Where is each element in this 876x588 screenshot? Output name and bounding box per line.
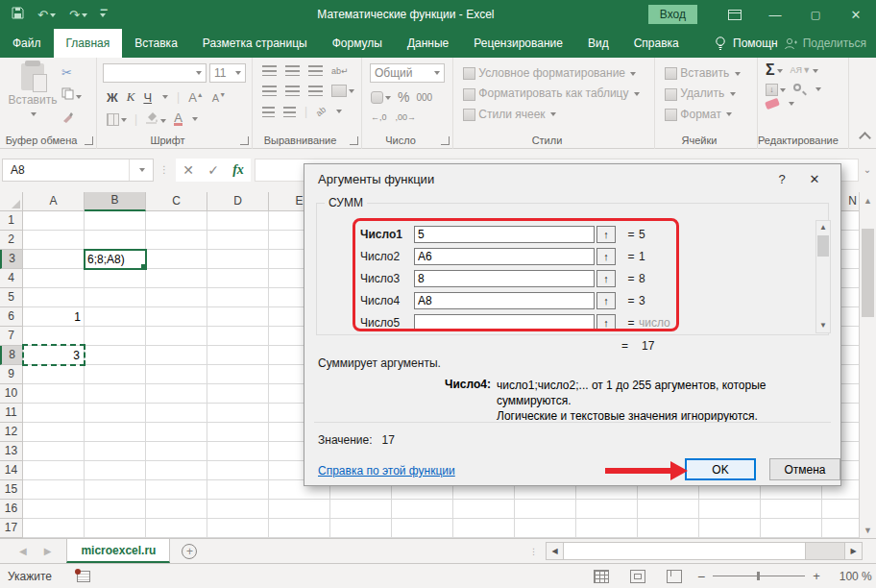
sort-filter-icon[interactable]: АЯ▼ [791,65,818,75]
collapse-dialog-icon-4[interactable]: ↑ [596,292,616,309]
zoom-out-icon[interactable]: − [697,569,705,584]
row-header-15[interactable]: 15 [0,480,23,500]
row-header-9[interactable]: 9 [0,365,23,384]
row-header-10[interactable]: 10 [0,384,23,404]
orientation-icon[interactable]: ab [314,105,328,118]
customize-qat-icon[interactable]: ▔ [101,10,108,19]
select-all-corner[interactable] [0,192,23,211]
tab-файл[interactable]: Файл [0,29,54,58]
tab-вставка[interactable]: Вставка [122,29,190,58]
tab-рецензирование[interactable]: Рецензирование [461,29,575,58]
zoom-slider-thumb[interactable] [757,572,760,580]
tab-формулы[interactable]: Формулы [320,29,395,58]
scroll-down-icon[interactable]: ▼ [860,522,876,538]
merge-center-icon[interactable] [331,84,354,97]
scroll-right-icon[interactable]: ▶ [844,543,862,559]
row-header-2[interactable]: 2 [0,231,23,250]
align-right-icon[interactable] [308,86,323,96]
dialog-scrollbar[interactable]: ▲ ▼ [815,220,831,333]
horizontal-scrollbar[interactable]: ◀ ▶ [546,542,863,560]
cut-icon[interactable]: ✂ [61,65,82,80]
fill-icon[interactable]: ↓ [766,83,786,96]
expand-formula-bar-icon[interactable]: ⌄ [859,159,876,182]
page-break-view-icon[interactable] [667,570,682,583]
italic-button[interactable]: К [127,89,135,105]
cell-a8-marching-ants[interactable]: 3 [22,344,85,366]
align-top-icon[interactable] [262,65,277,76]
row-header-11[interactable]: 11 [0,404,23,423]
tab-справка[interactable]: Справка [621,29,692,58]
active-cell-b3[interactable]: 6;8;A8) [84,249,147,270]
collapse-dialog-icon-3[interactable]: ↑ [596,270,616,287]
row-header-14[interactable]: 14 [0,461,23,480]
next-sheet-icon[interactable]: ▶ [44,546,52,556]
save-icon[interactable] [12,7,24,22]
shrink-font-icon[interactable]: A▼ [212,91,226,104]
column-header-C[interactable]: C [146,192,207,211]
dialog-scroll-down-icon[interactable]: ▼ [816,319,830,332]
vertical-scroll-thumb[interactable] [862,229,874,317]
font-size-combobox[interactable]: 11 [209,63,246,83]
undo-icon[interactable]: ↶ [37,8,56,22]
number-format-combobox[interactable]: Общий [370,63,445,83]
align-bottom-icon[interactable] [308,65,323,76]
row-header-5[interactable]: 5 [0,288,23,307]
collapse-ribbon-icon[interactable] [859,132,871,144]
cancel-entry-button[interactable]: ✕ [176,159,201,182]
argument-input-2[interactable] [414,248,595,265]
column-header-A[interactable]: A [23,192,85,211]
vertical-scrollbar[interactable]: ▲ ▼ [859,192,876,538]
scroll-up-icon[interactable]: ▲ [860,192,876,208]
tab-вид[interactable]: Вид [575,29,621,58]
argument-input-1[interactable] [414,226,595,243]
copy-icon[interactable] [61,87,82,103]
tab-данные[interactable]: Данные [395,29,461,58]
font-name-combobox[interactable] [103,63,207,83]
insert-function-button[interactable]: fx [226,159,251,182]
row-header-7[interactable]: 7 [0,327,23,346]
row-header-6[interactable]: 6 [0,307,23,327]
underline-button[interactable]: Ч [143,90,152,105]
grow-font-icon[interactable]: A▲ [188,90,204,105]
name-box[interactable]: A8 [2,159,154,182]
insert-cells-button[interactable]: Вставить [665,66,757,80]
ribbon-display-options-button[interactable] [715,0,755,29]
dialog-titlebar[interactable]: Аргументы функции ? ✕ [304,164,840,193]
font-color-icon[interactable]: А [174,112,182,126]
accounting-format-icon[interactable] [371,90,391,104]
clipboard-dialog-launcher[interactable] [85,136,93,145]
formula-bar-splitter[interactable]: ⋮ [159,164,170,175]
scroll-left-icon[interactable]: ◀ [547,543,564,559]
row-header-17[interactable]: 17 [0,519,23,538]
row-header-4[interactable]: 4 [0,269,23,288]
new-sheet-icon[interactable]: + [182,544,197,559]
argument-input-4[interactable] [414,292,595,309]
helper-item[interactable]: Помощн [715,37,778,51]
page-layout-view-icon[interactable] [630,570,645,583]
borders-icon[interactable] [107,112,127,126]
collapse-dialog-icon-5[interactable]: ↑ [596,314,616,331]
redo-icon[interactable]: ↷ [69,8,87,22]
decrease-decimal-icon[interactable]: ,00→ [396,112,417,122]
minimize-button[interactable]: — [755,0,795,29]
dialog-scroll-thumb[interactable] [817,235,829,257]
align-middle-icon[interactable] [285,65,300,76]
row-header-16[interactable]: 16 [0,500,23,519]
decrease-indent-icon[interactable] [262,107,275,117]
ok-button[interactable]: OK [685,458,756,480]
format-as-table-button[interactable]: Форматировать как таблицу [463,86,654,100]
cell-a6[interactable]: 1 [23,307,85,327]
percent-style-icon[interactable]: % [398,89,409,105]
enter-entry-button[interactable]: ✓ [201,159,226,182]
dialog-help-icon[interactable]: ? [766,166,798,191]
wrap-text-icon[interactable]: ab↵ [331,66,349,76]
format-cells-button[interactable]: Формат [665,108,757,121]
tab-scroll-splitter[interactable]: ⋮ [522,539,546,563]
fill-color-icon[interactable] [145,111,166,127]
clear-icon[interactable] [765,98,780,110]
row-header-1[interactable]: 1 [0,211,23,231]
row-header-8[interactable]: 8 [0,346,23,365]
prev-sheet-icon[interactable]: ◀ [19,546,27,556]
close-button[interactable]: ✕ [836,0,876,29]
format-painter-icon[interactable] [61,110,82,126]
